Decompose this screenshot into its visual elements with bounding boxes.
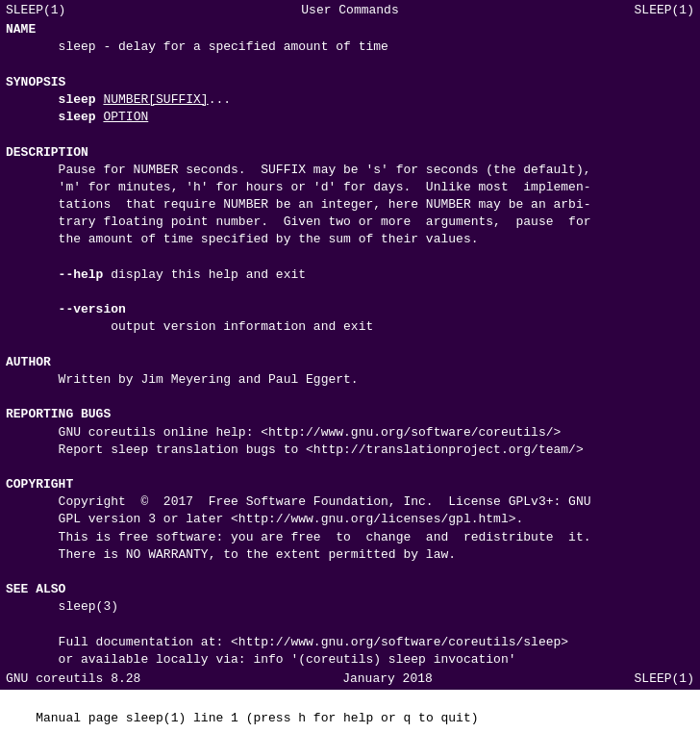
option-version: --version [59, 302, 126, 316]
footer-bar: GNU coreutils 8.28 January 2018 SLEEP(1) [0, 669, 700, 690]
section-synopsis-title: SYNOPSIS [6, 75, 65, 89]
header-right: SLEEP(1) [635, 2, 694, 19]
status-bar: Manual page sleep(1) line 1 (press h for… [0, 690, 700, 733]
synopsis-arg2: OPTION [103, 110, 148, 124]
footer-right: SLEEP(1) [635, 670, 694, 688]
terminal-window: SLEEP(1) User Commands SLEEP(1) NAME sle… [0, 0, 700, 733]
option-help: --help [59, 267, 104, 282]
section-seealso-title: SEE ALSO [6, 582, 65, 596]
man-page-content: NAME sleep - delay for a specified amoun… [0, 21, 700, 669]
footer-left: GNU coreutils 8.28 [6, 670, 140, 688]
section-name-title: NAME [6, 22, 36, 37]
section-copyright-title: COPYRIGHT [6, 477, 73, 492]
section-author-title: AUTHOR [6, 355, 51, 369]
synopsis-cmd2: sleep [59, 110, 96, 124]
synopsis-cmd1: sleep [59, 92, 96, 107]
header-center: User Commands [301, 2, 398, 19]
section-description-title: DESCRIPTION [6, 145, 88, 160]
header-bar: SLEEP(1) User Commands SLEEP(1) [0, 0, 700, 21]
footer-center: January 2018 [342, 670, 433, 688]
synopsis-arg1: NUMBER[SUFFIX] [103, 92, 208, 107]
section-bugs-title: REPORTING BUGS [6, 407, 111, 421]
header-left: SLEEP(1) [6, 2, 65, 19]
status-text: Manual page sleep(1) line 1 (press h for… [36, 711, 478, 725]
